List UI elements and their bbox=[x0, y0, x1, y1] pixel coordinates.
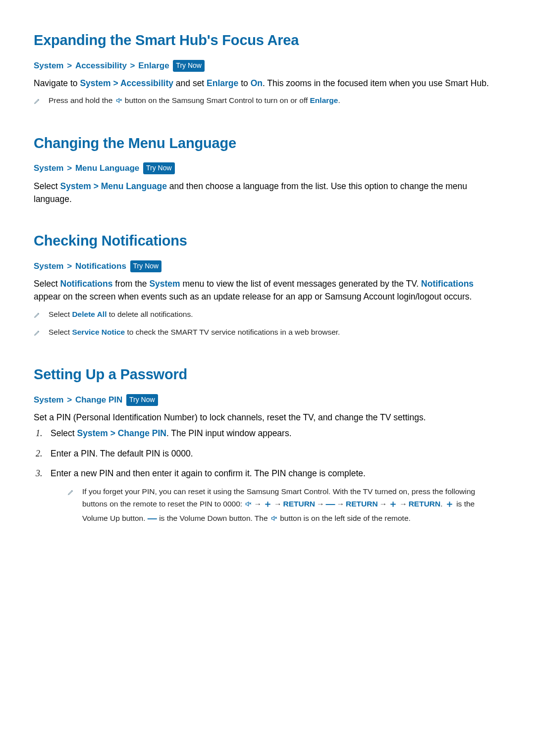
note-row: If you forget your PIN, you can reset it… bbox=[67, 486, 501, 525]
plus-icon: ＋ bbox=[388, 499, 398, 509]
section-setting-password: Setting Up a Password System > Change PI… bbox=[34, 364, 501, 525]
list-item: Select System > Change PIN. The PIN inpu… bbox=[34, 427, 501, 440]
text: menu to view the list of event messages … bbox=[180, 279, 421, 289]
text: Select bbox=[51, 428, 77, 438]
text: . The PIN input window appears. bbox=[166, 428, 292, 438]
breadcrumb-sep: > bbox=[67, 395, 72, 404]
breadcrumb-notifications: System > Notifications Try Now bbox=[34, 260, 501, 273]
breadcrumb-item: System bbox=[34, 61, 63, 70]
text: Select bbox=[34, 279, 60, 289]
pencil-icon bbox=[67, 487, 74, 499]
breadcrumb-sep: > bbox=[67, 261, 72, 271]
keyword-menu-language: Menu Language bbox=[101, 181, 167, 191]
note-text: Press and hold the button on the Samsung… bbox=[49, 95, 501, 107]
breadcrumb-change-pin: System > Change PIN Try Now bbox=[34, 394, 501, 406]
keyword-enlarge: Enlarge bbox=[310, 96, 338, 104]
list-item: Enter a PIN. The default PIN is 0000. bbox=[34, 447, 501, 460]
breadcrumb-sep: > bbox=[91, 181, 101, 191]
text: Navigate to bbox=[34, 78, 80, 88]
breadcrumb-sep: > bbox=[67, 61, 72, 70]
try-now-badge[interactable]: Try Now bbox=[126, 394, 158, 406]
mute-icon bbox=[270, 513, 278, 525]
text: . bbox=[440, 500, 445, 508]
mute-icon bbox=[244, 499, 252, 510]
arrow-icon: → bbox=[399, 500, 407, 508]
breadcrumb-expanding: System > Accessibility > Enlarge Try Now bbox=[34, 59, 501, 72]
paragraph: Navigate to System > Accessibility and s… bbox=[34, 77, 501, 90]
text: to delete all notifications. bbox=[107, 310, 193, 318]
keyword-accessibility: Accessibility bbox=[120, 78, 173, 88]
keyword-notifications: Notifications bbox=[421, 279, 474, 289]
arrow-icon: → bbox=[337, 500, 345, 508]
list-item: Enter a new PIN and then enter it again … bbox=[34, 467, 501, 526]
text: button on the Samsung Smart Control to t… bbox=[123, 96, 310, 104]
breadcrumb-sep: > bbox=[111, 78, 120, 88]
arrow-icon: → bbox=[317, 500, 324, 508]
try-now-badge[interactable]: Try Now bbox=[173, 60, 205, 72]
keyword-system: System bbox=[77, 428, 108, 438]
minus-icon: — bbox=[148, 513, 157, 523]
breadcrumb-item: Change PIN bbox=[75, 395, 122, 404]
keyword-system: System bbox=[149, 279, 180, 289]
text: Select bbox=[49, 328, 72, 336]
breadcrumb-item: System bbox=[34, 261, 63, 271]
pencil-icon bbox=[34, 96, 41, 107]
text: Enter a new PIN and then enter it again … bbox=[51, 468, 366, 478]
arrow-icon: → bbox=[274, 500, 282, 508]
text: to bbox=[238, 78, 250, 88]
breadcrumb-menu-language: System > Menu Language Try Now bbox=[34, 162, 501, 175]
pencil-icon bbox=[34, 310, 41, 321]
steps-list: Select System > Change PIN. The PIN inpu… bbox=[34, 427, 501, 525]
section-notifications: Checking Notifications System > Notifica… bbox=[34, 230, 501, 339]
keyword-notifications: Notifications bbox=[60, 279, 113, 289]
keyword-service-notice: Service Notice bbox=[72, 328, 125, 336]
text: Press and hold the bbox=[49, 96, 115, 104]
breadcrumb-item: Menu Language bbox=[75, 163, 139, 173]
plus-icon: ＋ bbox=[445, 499, 454, 509]
note-row: Select Delete All to delete all notifica… bbox=[34, 308, 501, 321]
pencil-icon bbox=[34, 328, 41, 339]
breadcrumb-sep: > bbox=[130, 61, 135, 70]
breadcrumb-item: Accessibility bbox=[75, 61, 127, 70]
keyword-system: System bbox=[80, 78, 110, 88]
plus-icon: ＋ bbox=[263, 499, 272, 509]
note-text: Select Delete All to delete all notifica… bbox=[49, 308, 501, 320]
arrow-icon: → bbox=[379, 500, 387, 508]
keyword-on: On bbox=[251, 78, 263, 88]
text: appear on the screen when events such as… bbox=[34, 292, 472, 302]
keyword-return: RETURN bbox=[409, 500, 441, 508]
paragraph: Select System > Menu Language and then c… bbox=[34, 180, 501, 206]
minus-icon: — bbox=[326, 499, 335, 509]
paragraph: Set a PIN (Personal Identification Numbe… bbox=[34, 411, 501, 424]
text: . This zooms in the focused item when yo… bbox=[263, 78, 489, 88]
breadcrumb-sep: > bbox=[108, 428, 118, 438]
text: button is on the left side of the remote… bbox=[278, 514, 411, 522]
text: from the bbox=[112, 279, 149, 289]
keyword-delete-all: Delete All bbox=[72, 310, 107, 318]
section-menu-language: Changing the Menu Language System > Menu… bbox=[34, 133, 501, 206]
text: Select bbox=[49, 310, 72, 318]
arrow-icon: → bbox=[254, 500, 262, 508]
text: is the Volume Down button. The bbox=[157, 514, 270, 522]
keyword-return: RETURN bbox=[346, 500, 378, 508]
note-row: Press and hold the button on the Samsung… bbox=[34, 95, 501, 107]
breadcrumb-item: System bbox=[34, 163, 63, 173]
try-now-badge[interactable]: Try Now bbox=[130, 260, 162, 272]
heading-notifications: Checking Notifications bbox=[34, 230, 501, 252]
keyword-return: RETURN bbox=[283, 500, 315, 508]
section-expanding-focus: Expanding the Smart Hub's Focus Area Sys… bbox=[34, 30, 501, 108]
note-row: Select Service Notice to check the SMART… bbox=[34, 326, 501, 339]
keyword-change-pin: Change PIN bbox=[118, 428, 166, 438]
breadcrumb-item: System bbox=[34, 395, 63, 404]
paragraph: Select Notifications from the System men… bbox=[34, 277, 501, 303]
breadcrumb-item: Notifications bbox=[75, 261, 126, 271]
text: . bbox=[338, 96, 340, 104]
heading-menu-language: Changing the Menu Language bbox=[34, 133, 501, 154]
try-now-badge[interactable]: Try Now bbox=[143, 162, 175, 174]
text: to check the SMART TV service notificati… bbox=[125, 328, 340, 336]
breadcrumb-item: Enlarge bbox=[138, 61, 169, 70]
note-text: If you forget your PIN, you can reset it… bbox=[82, 486, 501, 525]
heading-expanding: Expanding the Smart Hub's Focus Area bbox=[34, 30, 501, 51]
keyword-system: System bbox=[60, 181, 91, 191]
keyword-enlarge: Enlarge bbox=[207, 78, 238, 88]
